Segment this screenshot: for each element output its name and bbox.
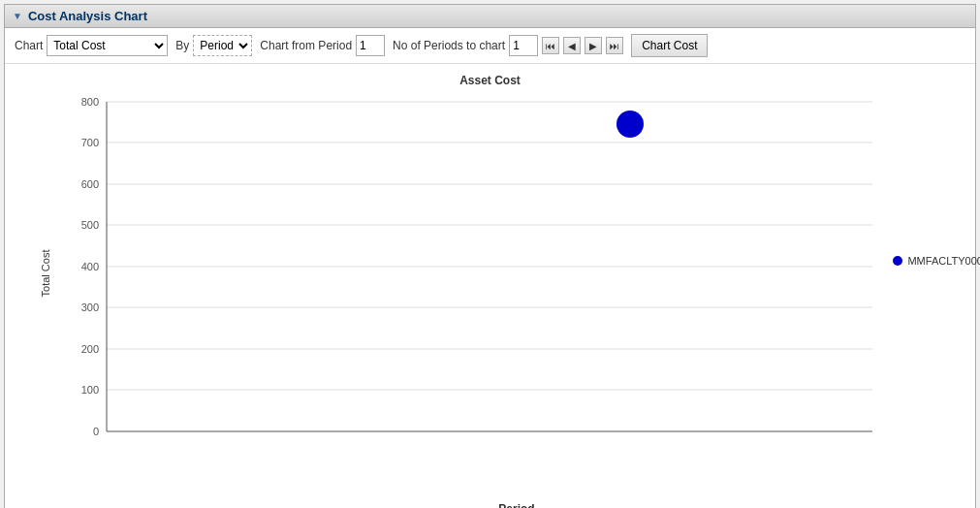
toolbar: Chart Total Cost Depreciation Replacemen… <box>5 28 975 64</box>
chart-area: Asset Cost Total Cost 800 700 <box>5 64 975 508</box>
y-axis-label: Total Cost <box>41 249 52 297</box>
svg-text:100: 100 <box>81 384 99 396</box>
chart-from-group: Chart from Period <box>260 35 385 56</box>
panel-title: Cost Analysis Chart <box>28 9 147 23</box>
no-periods-input[interactable] <box>509 35 538 56</box>
nav-prev-button[interactable]: ◀ <box>563 37 581 54</box>
svg-text:300: 300 <box>81 302 99 313</box>
chart-cost-button[interactable]: Chart Cost <box>631 34 708 57</box>
data-point <box>616 111 644 138</box>
by-select[interactable]: Period Year Month <box>193 35 252 56</box>
svg-text:0: 0 <box>93 426 99 437</box>
by-label: By <box>175 39 189 52</box>
legend-label: MMFACLTY0009 <box>907 255 980 267</box>
collapse-icon[interactable]: ▼ <box>13 11 22 21</box>
chart-from-input[interactable] <box>356 35 385 56</box>
chart-type-select[interactable]: Total Cost Depreciation Replacement Cost <box>47 35 168 56</box>
svg-text:500: 500 <box>81 219 99 231</box>
no-periods-group: No of Periods to chart ⏮ ◀ ▶ ⏭ <box>393 35 623 56</box>
nav-first-button[interactable]: ⏮ <box>542 37 559 54</box>
nav-next-button[interactable]: ▶ <box>585 37 602 54</box>
svg-text:200: 200 <box>81 343 99 355</box>
svg-text:700: 700 <box>81 137 99 148</box>
svg-text:800: 800 <box>81 96 99 108</box>
legend-dot <box>893 256 902 266</box>
svg-text:400: 400 <box>81 261 99 272</box>
nav-last-button[interactable]: ⏭ <box>606 37 623 54</box>
svg-text:600: 600 <box>81 178 99 190</box>
chart-svg: 800 700 600 500 400 300 <box>68 92 892 451</box>
cost-analysis-panel: ▼ Cost Analysis Chart Chart Total Cost D… <box>4 4 976 508</box>
chart-legend: MMFACLTY0009 <box>893 255 980 267</box>
chart-title: Asset Cost <box>15 74 965 87</box>
x-axis-label: Period <box>68 502 965 508</box>
chart-from-label: Chart from Period <box>260 39 352 52</box>
by-select-group: By Period Year Month <box>175 35 252 56</box>
no-periods-label: No of Periods to chart <box>393 39 505 52</box>
chart-select-group: Chart Total Cost Depreciation Replacemen… <box>15 35 168 56</box>
panel-header: ▼ Cost Analysis Chart <box>5 5 975 28</box>
chart-label: Chart <box>15 39 43 52</box>
